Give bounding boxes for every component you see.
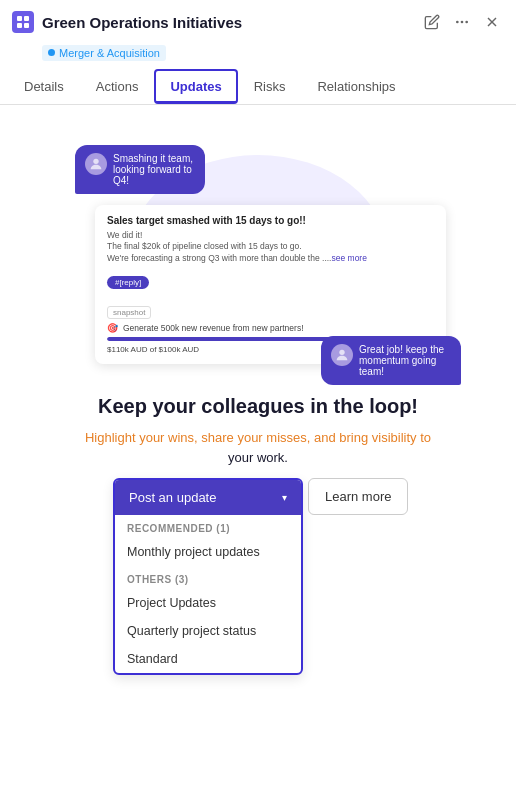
svg-rect-1 [24, 16, 29, 21]
badge-dot [48, 49, 55, 56]
see-more-link[interactable]: see more [331, 253, 366, 263]
tab-details[interactable]: Details [8, 69, 80, 104]
svg-point-10 [339, 349, 344, 354]
svg-rect-3 [24, 23, 29, 28]
tab-risks[interactable]: Risks [238, 69, 302, 104]
chat-bubble-left: Smashing it team, looking forward to Q4! [75, 145, 205, 194]
edit-button[interactable] [420, 10, 444, 34]
main-heading: Keep your colleagues in the loop! [85, 395, 431, 418]
svg-point-4 [456, 21, 459, 24]
avatar-right [331, 344, 353, 366]
reply-button[interactable]: #[reply] [107, 276, 149, 289]
dropdown-item-quarterly[interactable]: Quarterly project status [115, 617, 301, 645]
learn-more-button[interactable]: Learn more [308, 478, 408, 515]
avatar-left [85, 153, 107, 175]
card-title: Sales target smashed with 15 days to go!… [107, 215, 434, 226]
header: Green Operations Initiatives [0, 0, 516, 40]
action-area: Learn more Post an update ▾ RECOMMENDED … [88, 483, 428, 703]
snapshot-label: snapshot [107, 306, 151, 319]
svg-rect-0 [17, 16, 22, 21]
card-body: We did it! The final $20k of pipeline cl… [107, 230, 434, 266]
chat-bubble-right: Great job! keep the momentum going team! [321, 336, 461, 385]
svg-point-6 [465, 21, 468, 24]
close-button[interactable] [480, 10, 504, 34]
dropdown-container: Post an update ▾ RECOMMENDED (1) Monthly… [113, 478, 303, 675]
page-title: Green Operations Initiatives [42, 14, 412, 31]
category-badge: Merger & Acquisition [42, 45, 166, 61]
svg-point-9 [93, 158, 98, 163]
sub-text-highlight: Highlight your wins, share your misses, … [85, 430, 431, 445]
recommended-label: RECOMMENDED (1) [115, 515, 301, 538]
nav-tabs: Details Actions Updates Risks Relationsh… [0, 69, 516, 105]
main-content: Smashing it team, looking forward to Q4!… [0, 105, 516, 714]
tab-actions[interactable]: Actions [80, 69, 155, 104]
svg-rect-2 [17, 23, 22, 28]
more-options-button[interactable] [450, 10, 474, 34]
dropdown-item-project-updates[interactable]: Project Updates [115, 589, 301, 617]
chevron-down-icon: ▾ [282, 492, 287, 503]
svg-point-5 [461, 21, 464, 24]
tab-updates[interactable]: Updates [154, 69, 237, 104]
post-update-button[interactable]: Post an update ▾ [115, 480, 301, 515]
header-actions [420, 10, 504, 34]
tab-relationships[interactable]: Relationships [301, 69, 411, 104]
dropdown-item-standard[interactable]: Standard [115, 645, 301, 673]
badge-row: Merger & Acquisition [0, 40, 516, 69]
others-label: OTHERS (3) [115, 566, 301, 589]
app-icon [12, 11, 34, 33]
goal-row: 🎯 Generate 500k new revenue from new par… [107, 323, 434, 333]
text-section: Keep your colleagues in the loop! Highli… [55, 395, 461, 470]
illustration-area: Smashing it team, looking forward to Q4!… [0, 115, 516, 395]
sub-text-work: your work. [228, 450, 288, 465]
dropdown-item-monthly[interactable]: Monthly project updates [115, 538, 301, 566]
